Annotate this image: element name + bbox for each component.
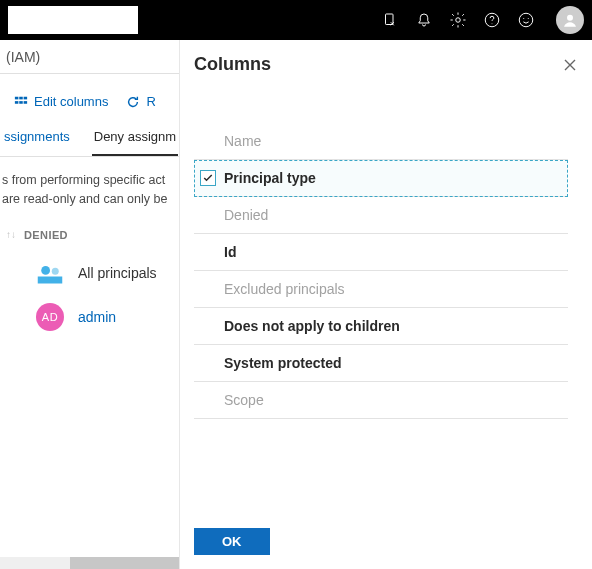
svg-point-4	[519, 13, 533, 27]
top-bar	[0, 0, 592, 40]
column-option-excluded[interactable]: Excluded principals	[194, 271, 568, 308]
svg-point-3	[492, 23, 493, 24]
column-option-principal-type[interactable]: Principal type	[194, 160, 568, 197]
svg-point-7	[567, 15, 573, 21]
scrollbar-thumb[interactable]	[70, 557, 190, 569]
column-option-system-protected[interactable]: System protected	[194, 345, 568, 382]
ok-button[interactable]: OK	[194, 528, 270, 555]
principals-icon	[36, 259, 64, 287]
help-icon[interactable]	[482, 10, 502, 30]
column-header-denied[interactable]: DENIED	[24, 229, 68, 241]
sort-icon[interactable]: ↑↓	[6, 229, 16, 240]
clipboard-icon[interactable]	[380, 10, 400, 30]
svg-rect-10	[24, 96, 28, 99]
row-label: All principals	[78, 265, 157, 281]
admin-avatar: AD	[36, 303, 64, 331]
edit-columns-label: Edit columns	[34, 94, 108, 109]
tab-assignments[interactable]: ssignments	[2, 121, 72, 156]
panel-body: Name Principal type Denied Id Excluded p…	[180, 81, 592, 514]
refresh-icon	[126, 95, 140, 109]
svg-rect-13	[24, 101, 28, 104]
column-option-not-apply[interactable]: Does not apply to children	[194, 308, 568, 345]
columns-icon	[14, 95, 28, 109]
feedback-icon[interactable]	[516, 10, 536, 30]
user-avatar[interactable]	[556, 6, 584, 34]
column-option-id[interactable]: Id	[194, 234, 568, 271]
svg-point-15	[41, 266, 50, 275]
panel-title: Columns	[194, 54, 271, 75]
svg-point-6	[528, 18, 529, 19]
gear-icon[interactable]	[448, 10, 468, 30]
svg-point-5	[523, 18, 524, 19]
panel-header: Columns	[180, 40, 592, 81]
tab-deny-assignments[interactable]: Deny assignm	[92, 121, 178, 156]
svg-point-16	[52, 267, 59, 274]
admin-link[interactable]: admin	[78, 309, 116, 325]
svg-rect-14	[38, 276, 63, 283]
svg-rect-8	[15, 96, 19, 99]
column-option-label: Principal type	[224, 170, 316, 186]
column-option-scope[interactable]: Scope	[194, 382, 568, 419]
refresh-button[interactable]: R	[126, 94, 155, 109]
checkbox-checked-icon[interactable]	[200, 170, 216, 186]
panel-footer: OK	[180, 514, 592, 569]
refresh-label: R	[146, 94, 155, 109]
close-icon[interactable]	[562, 57, 578, 73]
edit-columns-button[interactable]: Edit columns	[14, 94, 108, 109]
column-option-denied[interactable]: Denied	[194, 197, 568, 234]
svg-rect-9	[19, 96, 23, 99]
svg-rect-11	[15, 101, 19, 104]
svg-rect-12	[19, 101, 23, 104]
bell-icon[interactable]	[414, 10, 434, 30]
search-input[interactable]	[8, 6, 138, 34]
columns-panel: Columns Name Principal type Denied Id Ex…	[179, 40, 592, 569]
column-option-name[interactable]: Name	[194, 123, 568, 160]
svg-point-1	[456, 18, 461, 23]
